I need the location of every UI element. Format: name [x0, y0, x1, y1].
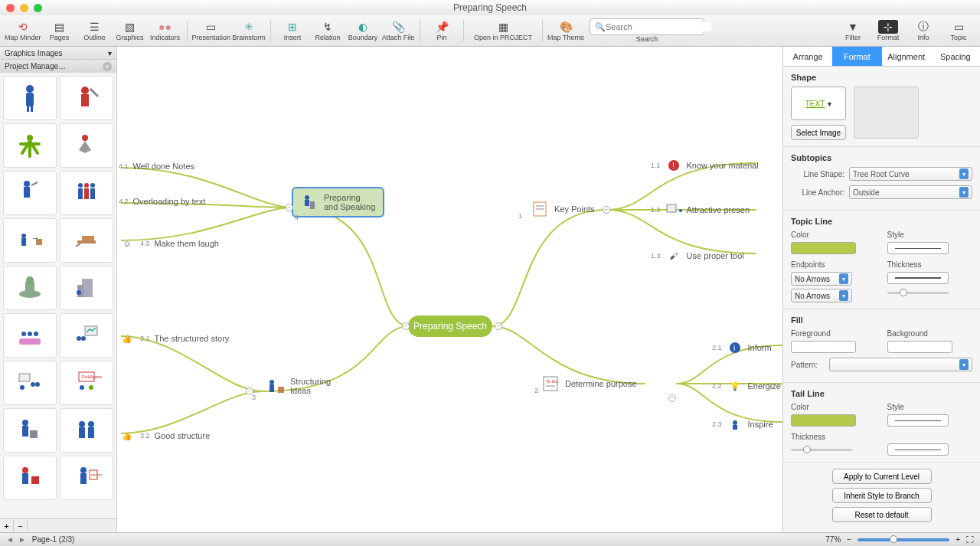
close-window-icon[interactable] — [6, 4, 15, 12]
collapse-handle[interactable]: − — [495, 322, 502, 330]
insert-button[interactable]: ⊞Insert — [276, 16, 309, 45]
zoom-out-button[interactable]: − — [847, 535, 851, 544]
close-icon[interactable]: × — [103, 62, 112, 71]
fit-button[interactable]: ⛶ — [966, 535, 974, 544]
collapse-handle[interactable]: − — [603, 206, 610, 214]
format-button[interactable]: ⊹Format — [871, 16, 905, 45]
search-input[interactable]: 🔍 — [590, 18, 704, 35]
sidebar-category-tab[interactable]: Project Manage…× — [0, 60, 116, 73]
gallery-item[interactable]: REPORT — [60, 456, 113, 500]
gallery-item[interactable] — [60, 76, 113, 120]
thickness-slider[interactable] — [887, 287, 949, 298]
topic-determine-purpose[interactable]: To Do Determine purpose — [534, 371, 645, 397]
maximize-window-icon[interactable] — [34, 4, 42, 12]
tail-style-select[interactable] — [887, 414, 949, 427]
gallery-item[interactable] — [60, 123, 113, 168]
topic-preparing-speaking[interactable]: Preparing and Speaking — [292, 187, 384, 217]
indicators-button[interactable]: ●●Indicators — [149, 16, 182, 45]
pattern-select[interactable]: ▾ — [829, 358, 972, 371]
topic-button[interactable]: ▭Topic — [942, 16, 975, 45]
attach-file-button[interactable]: 📎Attach File — [381, 16, 415, 45]
gallery-item[interactable]: For&Against — [60, 361, 113, 405]
presentation-button[interactable]: ▭Presentation — [192, 16, 231, 45]
gallery-item[interactable]: → — [3, 218, 57, 263]
outline-button[interactable]: ☰Outline — [78, 16, 112, 45]
topic-structured-story[interactable]: 👍3.1The structured story — [119, 330, 229, 347]
topic-inform[interactable]: 2.1iInform — [712, 339, 772, 356]
topic-key-points[interactable]: Key Points — [524, 196, 603, 222]
collapse-handle[interactable]: − — [286, 204, 293, 211]
collapse-handle[interactable]: − — [668, 394, 676, 402]
zoom-level[interactable]: 77% — [825, 535, 841, 544]
collapse-handle[interactable]: − — [246, 387, 253, 395]
gallery-item[interactable] — [3, 266, 57, 310]
map-minder-button[interactable]: ⟲Map Minder — [5, 16, 41, 45]
page-indicator[interactable]: Page-1 (2/3) — [32, 535, 75, 544]
minimize-window-icon[interactable] — [20, 4, 28, 12]
collapse-handle[interactable]: − — [402, 322, 410, 330]
image-well[interactable] — [854, 87, 919, 139]
gallery-item[interactable] — [60, 218, 113, 263]
pages-button[interactable]: ▤Pages — [43, 16, 77, 45]
gallery-item[interactable] — [3, 361, 57, 405]
boundary-button[interactable]: ◐Boundary — [346, 16, 380, 45]
tab-spacing[interactable]: Spacing — [931, 47, 980, 66]
gallery-item[interactable] — [3, 123, 57, 168]
info-button[interactable]: ⓘInfo — [906, 16, 940, 45]
brainstorm-button[interactable]: ✳Brainstorm — [232, 16, 266, 45]
topic-overloading-text[interactable]: 4.2Overloading by text — [119, 197, 205, 206]
mindmap-canvas[interactable]: Preparing Speech − − Preparing and Speak… — [117, 47, 782, 532]
endpoint-start-select[interactable]: No Arrows▾ — [791, 272, 852, 286]
tab-arrange[interactable]: Arrange — [783, 47, 832, 66]
gallery-item[interactable] — [3, 171, 57, 215]
tail-color-swatch[interactable] — [791, 414, 856, 427]
next-page-button[interactable]: ► — [18, 535, 26, 544]
tail-thickness-slider[interactable] — [791, 444, 852, 455]
topic-use-proper-tool[interactable]: 1.3🖌Use proper tool — [651, 247, 744, 264]
endpoint-end-select[interactable]: No Arrows▾ — [791, 289, 852, 302]
graphics-button[interactable]: ▧Graphics — [113, 16, 147, 45]
topic-attractive-presentation[interactable]: 1.2Attractive presen — [651, 201, 750, 218]
topic-know-material[interactable]: 1.1!Know your material — [651, 157, 759, 174]
thickness-preview[interactable] — [887, 272, 949, 284]
prev-page-button[interactable]: ◄ — [6, 535, 14, 544]
relation-button[interactable]: ↯Relation — [311, 16, 345, 45]
topic-structuring-ideas[interactable]: Structuring Ideas — [260, 372, 338, 400]
reset-default-button[interactable]: Reset to default — [832, 507, 932, 522]
pin-button[interactable]: 📌Pin — [425, 16, 459, 45]
open-project-button[interactable]: ▦Open in PROJECT — [469, 16, 537, 45]
gallery-item[interactable] — [60, 313, 113, 358]
sidebar-header[interactable]: Graphics Images▾ — [0, 47, 116, 60]
style-select[interactable] — [887, 242, 949, 254]
line-shape-select[interactable]: Tree Root Curve▾ — [849, 167, 972, 181]
filter-button[interactable]: ▼Filter — [836, 16, 870, 45]
zoom-out-button[interactable]: − — [14, 520, 28, 532]
foreground-swatch[interactable] — [791, 341, 856, 353]
tab-format[interactable]: Format — [832, 47, 881, 66]
gallery-item[interactable] — [3, 76, 57, 120]
zoom-in-button[interactable]: + — [0, 520, 14, 532]
apply-level-button[interactable]: Apply to Current Level — [832, 469, 932, 484]
gallery-item[interactable] — [60, 408, 113, 453]
tail-thickness-preview[interactable] — [887, 443, 949, 456]
topic-well-done-notes[interactable]: 4.1Well done Notes — [119, 162, 194, 171]
gallery-item[interactable] — [3, 408, 57, 453]
topic-make-them-laugh[interactable]: ☺4.3Make them laugh — [119, 235, 219, 252]
color-swatch[interactable] — [791, 242, 856, 254]
tab-alignment[interactable]: Alignment — [882, 47, 931, 66]
line-anchor-select[interactable]: Outside▾ — [849, 185, 972, 199]
gallery-item[interactable] — [60, 266, 113, 310]
central-topic[interactable]: Preparing Speech — [408, 316, 492, 337]
map-theme-button[interactable]: 🎨Map Theme — [547, 16, 584, 45]
zoom-in-button[interactable]: + — [956, 535, 960, 544]
shape-dropdown[interactable]: TEXT ▾ — [791, 87, 846, 120]
gallery-item[interactable] — [60, 171, 113, 215]
select-image-button[interactable]: Select Image — [791, 125, 846, 140]
background-swatch[interactable] — [887, 341, 952, 353]
topic-good-structure[interactable]: 👍3.2Good structure — [119, 427, 210, 444]
gallery-item[interactable] — [3, 456, 57, 500]
inherit-style-button[interactable]: Inherit Style to Branch — [832, 488, 932, 503]
gallery-item[interactable] — [3, 313, 57, 358]
topic-energize[interactable]: 2.2💡Energize — [712, 378, 781, 394]
topic-inspire[interactable]: 2.3Inspire — [712, 416, 773, 433]
